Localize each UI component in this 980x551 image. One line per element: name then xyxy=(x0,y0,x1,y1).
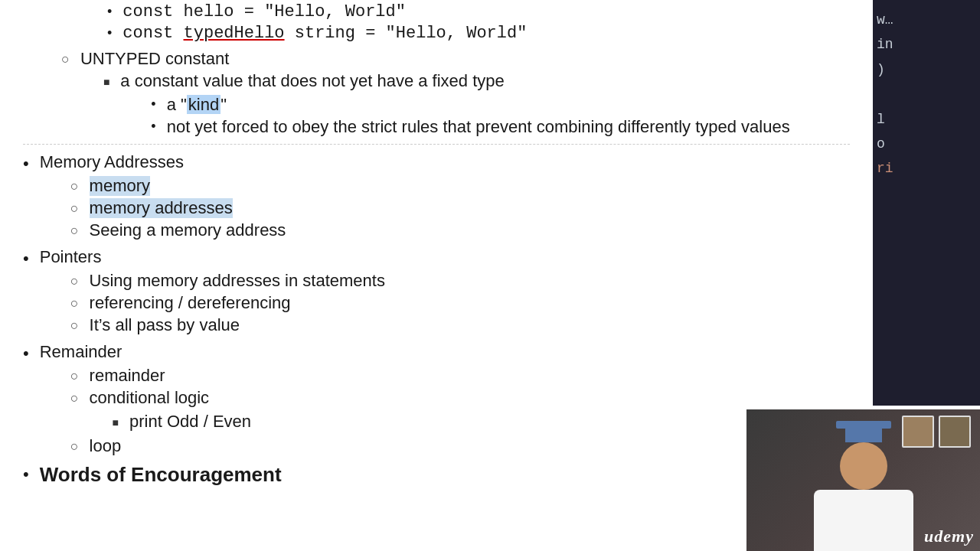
list-item: ○ referencing / dereferencing xyxy=(70,293,850,313)
pass-by-value-item: It’s all pass by value xyxy=(90,315,240,335)
remainder-section: • Remainder ○ remainder ○ conditional lo… xyxy=(23,342,850,458)
circle-bullet: ○ xyxy=(70,295,79,311)
list-item: ○ Using memory addresses in statements xyxy=(70,271,850,291)
video-overlay: udemy xyxy=(746,409,980,551)
square-bullet: ■ xyxy=(113,416,119,429)
list-item: ○ It’s all pass by value xyxy=(70,315,850,335)
list-item: • not yet forced to obey the strict rule… xyxy=(151,117,850,137)
video-inner: udemy xyxy=(746,409,980,551)
remainder-label: Remainder xyxy=(40,342,122,361)
memory-addresses-label: Memory Addresses xyxy=(40,152,184,171)
circle-bullet: ○ xyxy=(70,223,79,239)
top-section: • const hello = "Hello, World" • const t… xyxy=(23,2,850,487)
rp-line-1: w… xyxy=(877,8,976,32)
untyped-label: UNTYPED constant xyxy=(80,49,229,68)
code-line-2: const typedHello string = "Hello, World" xyxy=(122,24,527,43)
print-odd-even-item: print Odd / Even xyxy=(129,412,251,432)
circle-bullet: ○ xyxy=(70,201,79,217)
pointers-section: • Pointers ○ Using memory addresses in s… xyxy=(23,247,850,337)
bullet-dot: • xyxy=(151,119,155,135)
untyped-item: ○ UNTYPED constant ■ a constant value th… xyxy=(61,49,850,142)
words-section: • Words of Encouragement xyxy=(23,463,850,487)
list-item: ○ memory xyxy=(70,176,850,196)
list-item: ○ remainder xyxy=(70,366,850,386)
circle-bullet: ○ xyxy=(61,51,70,67)
list-item: • const hello = "Hello, World" xyxy=(107,2,850,21)
bullet-dot: • xyxy=(107,4,112,20)
code-typed: typedHello xyxy=(184,24,285,43)
code-line-1: const hello = "Hello, World" xyxy=(122,2,406,21)
loop-item: loop xyxy=(90,436,122,456)
bullet-dot: • xyxy=(107,25,112,41)
list-item: ○ memory addresses xyxy=(70,198,850,218)
kind-item: a "kind" xyxy=(167,95,227,115)
main-content: • const hello = "Hello, World" • const t… xyxy=(0,0,873,551)
rp-line-6: o xyxy=(877,132,976,156)
memory-item: memory xyxy=(90,176,150,196)
circle-bullet: ○ xyxy=(70,368,79,384)
rp-line-7: ri xyxy=(877,156,976,181)
conditional-logic-item: conditional logic xyxy=(90,388,210,407)
words-label: Words of Encouragement xyxy=(40,463,282,487)
circle-bullet: ○ xyxy=(70,273,79,289)
rp-line-5: l xyxy=(877,107,976,132)
referencing-item: referencing / dereferencing xyxy=(90,293,291,313)
constant-desc: a constant value that does not yet have … xyxy=(120,71,504,90)
person xyxy=(779,421,948,551)
rp-line-4 xyxy=(877,82,976,106)
kind-highlight: kind xyxy=(187,95,220,114)
rp-line-3: ) xyxy=(877,57,976,82)
list-item: • a "kind" xyxy=(151,95,850,115)
bullet-dot: • xyxy=(23,154,29,174)
list-item: • const typedHello string = "Hello, Worl… xyxy=(107,24,850,43)
list-item: ■ print Odd / Even xyxy=(113,412,850,432)
bullet-dot: • xyxy=(151,96,155,112)
circle-bullet: ○ xyxy=(70,318,79,334)
pointers-label: Pointers xyxy=(40,247,102,266)
code-const: const xyxy=(122,24,183,43)
list-item: ○ loop xyxy=(70,436,850,456)
circle-bullet: ○ xyxy=(70,390,79,406)
circle-bullet: ○ xyxy=(70,439,79,455)
using-memory-item: Using memory addresses in statements xyxy=(90,271,385,291)
bullet-dot: • xyxy=(23,465,29,484)
memory-addresses-item: memory addresses xyxy=(90,198,233,218)
right-panel: w… in ) l o ri xyxy=(873,0,980,406)
seeing-memory-item: Seeing a memory address xyxy=(90,220,286,240)
circle-bullet: ○ xyxy=(70,178,79,194)
rp-line-2: in xyxy=(877,32,976,57)
bullet-dot: • xyxy=(23,344,29,364)
bullet-dot: • xyxy=(23,249,29,269)
not-forced-item: not yet forced to obey the strict rules … xyxy=(167,117,790,137)
list-item: ■ a constant value that does not yet hav… xyxy=(103,71,850,139)
udemy-logo: udemy xyxy=(924,527,974,546)
square-bullet: ■ xyxy=(103,76,109,88)
code-rest: string = "Hello, World" xyxy=(285,24,528,43)
section-divider xyxy=(23,144,850,145)
memory-addresses-section: • Memory Addresses ○ memory ○ memory add… xyxy=(23,152,850,243)
list-item: ○ conditional logic ■ print Odd / Even xyxy=(70,388,850,434)
list-item: ○ Seeing a memory address xyxy=(70,220,850,240)
remainder-item: remainder xyxy=(90,366,165,386)
right-panel-text: w… in ) l o ri xyxy=(873,0,980,189)
